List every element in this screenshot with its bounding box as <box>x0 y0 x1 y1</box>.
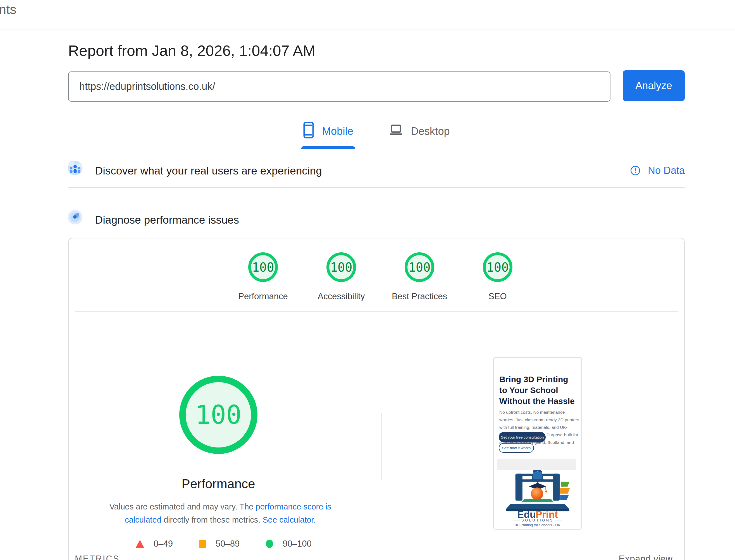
preview-primary-cta: Get your free consultation <box>499 432 546 442</box>
expand-view-button[interactable]: Expand view <box>619 553 672 560</box>
legend-pass-range: 90–100 <box>282 539 311 549</box>
metrics-section-label: METRICS <box>75 554 120 560</box>
preview-secondary-cta: See how it works <box>499 443 534 453</box>
legend-item-pass: 90–100 <box>266 539 311 549</box>
performance-score: 100 <box>252 260 274 274</box>
vertical-divider <box>382 413 382 480</box>
performance-gauge: 100 <box>248 252 278 282</box>
report-title: Report from Jan 8, 2026, 1:04:07 AM <box>68 42 315 59</box>
orange-square-icon <box>199 540 206 548</box>
tab-desktop[interactable]: Desktop <box>387 122 451 149</box>
category-best-practices[interactable]: 100 Best Practices <box>381 252 459 301</box>
disclaimer-line-2: calculated directly from these metrics. … <box>106 513 335 527</box>
accessibility-score: 100 <box>330 260 352 274</box>
eduprint-logo: EduPrint SOLUTIONS 3D Printing for Schoo… <box>494 470 581 527</box>
accessibility-label: Accessibility <box>302 291 381 301</box>
diagnose-gauge-icon <box>68 210 82 224</box>
analyze-button[interactable]: Analyze <box>623 70 685 101</box>
tab-mobile[interactable]: Mobile <box>301 122 355 149</box>
real-users-icon <box>68 161 82 175</box>
header-divider <box>0 30 735 30</box>
score-legend: 0–49 50–89 90–100 <box>136 539 312 549</box>
seo-score: 100 <box>487 260 509 274</box>
category-performance[interactable]: 100 Performance <box>224 252 302 301</box>
performance-label: Performance <box>224 291 302 301</box>
category-gauges-row: 100 Performance 100 Accessibility 100 Be… <box>224 252 537 301</box>
disclaimer-line-1: Values are estimated and may vary. The p… <box>106 500 335 513</box>
tab-mobile-label: Mobile <box>322 125 353 137</box>
best-practices-score: 100 <box>408 260 430 274</box>
category-accessibility[interactable]: 100 Accessibility <box>302 252 381 301</box>
preview-section-band <box>497 459 576 470</box>
score-disclaimer: Values are estimated and may vary. The p… <box>106 500 335 527</box>
accessibility-gauge: 100 <box>326 252 356 282</box>
url-input[interactable] <box>68 71 611 102</box>
performance-big-gauge: 100 <box>179 376 257 454</box>
tab-desktop-label: Desktop <box>411 125 450 137</box>
info-icon: ! <box>631 166 640 175</box>
site-screenshot-preview[interactable]: Bring 3D Printing to Your School Without… <box>493 357 582 530</box>
section-divider <box>68 187 685 188</box>
brand-text-fragment: nts <box>0 2 16 17</box>
device-tabs: Mobile Desktop <box>68 122 685 149</box>
legend-fail-range: 0–49 <box>154 539 173 549</box>
disclaimer-text-1: Values are estimated and may vary. The <box>109 502 256 511</box>
no-data-label: No Data <box>648 165 685 176</box>
svg-text:SOLUTIONS: SOLUTIONS <box>521 518 554 522</box>
category-seo[interactable]: 100 SEO <box>459 252 537 301</box>
legend-item-fail: 0–49 <box>136 539 173 549</box>
preview-heading: Bring 3D Printing to Your School Without… <box>499 374 578 406</box>
performance-big-label: Performance <box>162 476 274 491</box>
field-data-status[interactable]: ! No Data <box>631 165 685 176</box>
green-circle-icon <box>266 540 273 548</box>
seo-gauge: 100 <box>483 252 513 282</box>
lab-section-title: Diagnose performance issues <box>95 214 239 226</box>
card-inner-divider <box>75 311 678 312</box>
best-practices-label: Best Practices <box>381 291 459 301</box>
desktop-laptop-icon <box>389 123 403 140</box>
red-triangle-icon <box>136 540 144 548</box>
best-practices-gauge: 100 <box>405 252 434 282</box>
calculated-link[interactable]: calculated <box>125 515 161 524</box>
active-tab-underline <box>301 146 355 149</box>
mobile-phone-icon <box>303 122 314 141</box>
seo-label: SEO <box>459 291 537 301</box>
logo-tagline: 3D Printing for Schools · UK <box>494 523 581 527</box>
performance-big-score: 100 <box>195 400 241 430</box>
pagespeed-insights-screen: nts Report from Jan 8, 2026, 1:04:07 AM … <box>0 0 735 560</box>
legend-average-range: 50–89 <box>215 539 239 549</box>
disclaimer-text-2: directly from these metrics. <box>161 515 263 524</box>
legend-item-average: 50–89 <box>199 539 239 549</box>
lighthouse-report-card: 100 Performance 100 Accessibility 100 Be… <box>68 238 685 560</box>
performance-score-link[interactable]: performance score is <box>256 502 331 511</box>
field-section-title: Discover what your real users are experi… <box>95 165 322 177</box>
see-calculator-link[interactable]: See calculator. <box>262 515 315 524</box>
